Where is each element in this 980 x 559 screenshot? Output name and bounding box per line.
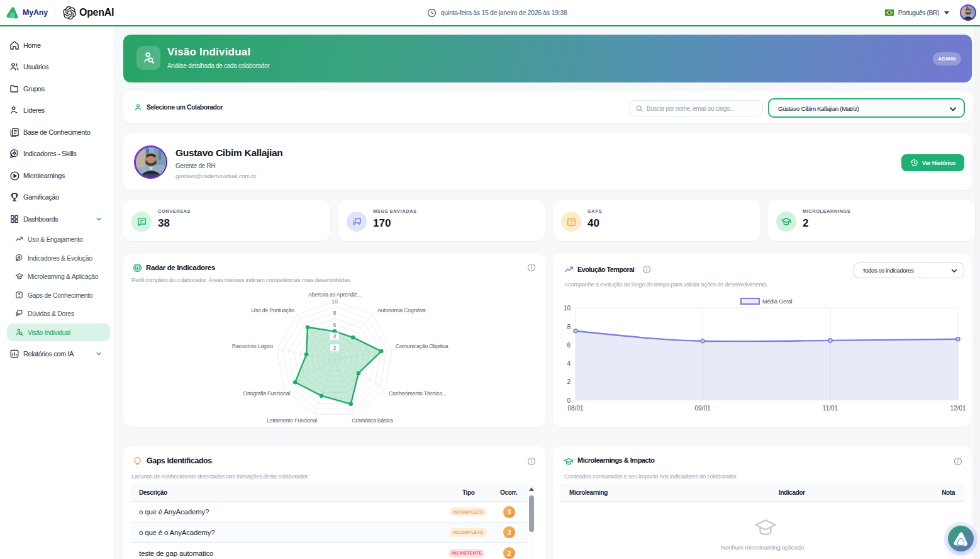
svg-text:6: 6 (567, 342, 571, 349)
svg-text:Conhecimento Técnico...: Conhecimento Técnico... (389, 390, 446, 397)
svg-text:Comunicação Objetiva: Comunicação Objetiva (396, 343, 448, 349)
svg-text:Autonomia Cognitiva: Autonomia Cognitiva (377, 307, 426, 313)
svg-text:Raciocínio Lógico: Raciocínio Lógico (232, 343, 274, 349)
svg-text:4: 4 (567, 360, 571, 367)
svg-text:8: 8 (567, 324, 571, 330)
svg-text:09/01: 09/01 (694, 405, 710, 412)
svg-text:Média Geral: Média Geral (762, 298, 793, 305)
svg-text:10: 10 (564, 305, 571, 312)
svg-text:6: 6 (333, 322, 336, 328)
svg-text:12/01: 12/01 (950, 405, 966, 412)
svg-text:8: 8 (333, 310, 336, 316)
svg-text:Letramento Funcional: Letramento Funcional (267, 417, 317, 424)
svg-text:11/01: 11/01 (823, 405, 838, 412)
svg-text:0: 0 (567, 397, 571, 404)
svg-text:08/01: 08/01 (567, 405, 583, 412)
svg-text:Abertura ao Aprendiz...: Abertura ao Aprendiz... (308, 291, 361, 298)
svg-text:Gramática Básica: Gramática Básica (352, 417, 393, 424)
svg-text:Ortografia Funcional: Ortografia Funcional (243, 390, 290, 397)
svg-text:4: 4 (333, 333, 336, 339)
svg-text:10: 10 (331, 298, 338, 305)
svg-text:2: 2 (567, 378, 571, 385)
svg-text:Uso de Pontuação: Uso de Pontuação (252, 307, 295, 313)
svg-text:2: 2 (333, 345, 336, 351)
